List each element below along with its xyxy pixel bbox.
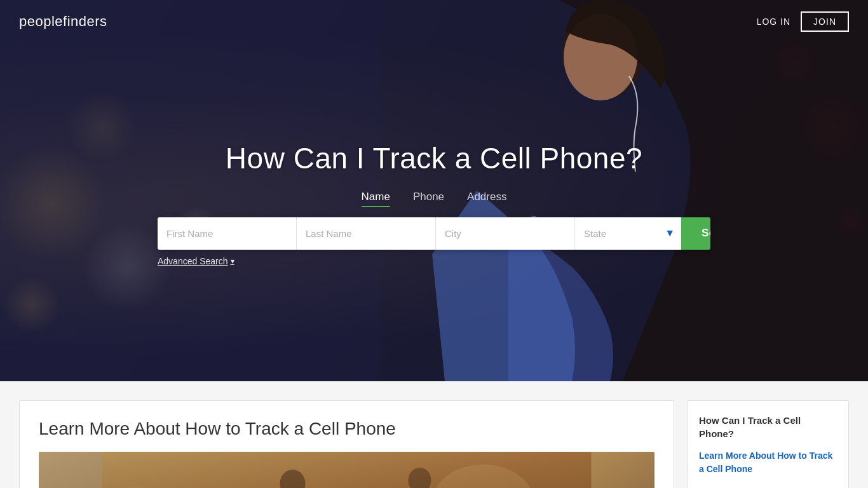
- sidebar-card-link[interactable]: Learn More About How to Track a Cell Pho…: [699, 451, 832, 474]
- header-nav: LOG IN JOIN: [757, 11, 849, 32]
- sidebar-card: How Can I Track a Cell Phone? Learn More…: [687, 400, 849, 488]
- search-bar: State AL AK AZ AR CA CO CT FL GA NY TX ▼…: [158, 217, 710, 250]
- search-button[interactable]: Search: [681, 217, 710, 250]
- state-select[interactable]: State AL AK AZ AR CA CO CT FL GA NY TX: [584, 228, 675, 239]
- lower-section: Learn More About How to Track a Cell Pho…: [0, 381, 868, 488]
- state-select-wrap: State AL AK AZ AR CA CO CT FL GA NY TX ▼: [574, 217, 681, 250]
- advanced-search-chevron-icon: ▾: [231, 257, 234, 266]
- hero-section: How Can I Track a Cell Phone? Name Phone…: [0, 0, 868, 381]
- advanced-search-link[interactable]: Advanced Search ▾: [158, 256, 234, 266]
- tab-phone[interactable]: Phone: [413, 191, 444, 207]
- logo: peoplefinders: [19, 13, 107, 30]
- login-button[interactable]: LOG IN: [757, 17, 790, 27]
- hero-title: How Can I Track a Cell Phone?: [226, 141, 642, 175]
- city-input[interactable]: [435, 217, 574, 250]
- tab-address[interactable]: Address: [467, 191, 506, 207]
- last-name-input[interactable]: [296, 217, 435, 250]
- svg-point-3: [3, 276, 60, 334]
- first-name-input[interactable]: [158, 217, 296, 250]
- hero-content: How Can I Track a Cell Phone? Name Phone…: [0, 116, 868, 266]
- sidebar-card-title: How Can I Track a Cell Phone?: [699, 414, 837, 440]
- search-tabs: Name Phone Address: [362, 191, 507, 207]
- image-overlay: [39, 452, 654, 488]
- main-card-image: [39, 452, 654, 488]
- advanced-search-label: Advanced Search: [158, 256, 228, 266]
- join-button[interactable]: JOIN: [801, 11, 849, 32]
- main-card-title: Learn More About How to Track a Cell Pho…: [39, 419, 654, 439]
- header: peoplefinders LOG IN JOIN: [0, 0, 868, 43]
- tab-name[interactable]: Name: [362, 191, 390, 207]
- svg-point-6: [769, 38, 820, 89]
- main-article-card: Learn More About How to Track a Cell Pho…: [19, 400, 674, 488]
